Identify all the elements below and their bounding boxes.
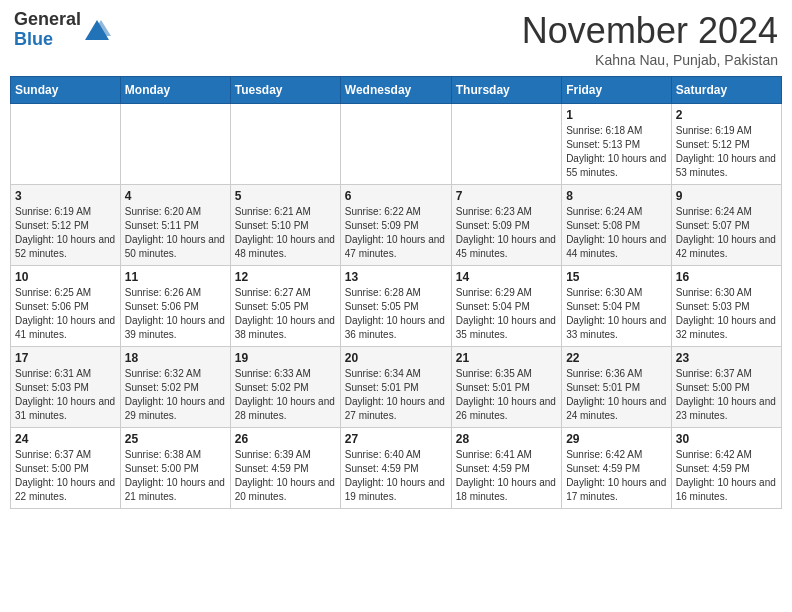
page-header: General Blue November 2024 Kahna Nau, Pu… [10, 10, 782, 68]
day-cell-4-4: 28Sunrise: 6:41 AMSunset: 4:59 PMDayligh… [451, 428, 561, 509]
day-info: Sunrise: 6:39 AMSunset: 4:59 PMDaylight:… [235, 448, 336, 504]
day-cell-3-4: 21Sunrise: 6:35 AMSunset: 5:01 PMDayligh… [451, 347, 561, 428]
day-info: Sunrise: 6:23 AMSunset: 5:09 PMDaylight:… [456, 205, 557, 261]
day-cell-2-3: 13Sunrise: 6:28 AMSunset: 5:05 PMDayligh… [340, 266, 451, 347]
day-number: 26 [235, 432, 336, 446]
day-info: Sunrise: 6:18 AMSunset: 5:13 PMDaylight:… [566, 124, 667, 180]
day-cell-4-5: 29Sunrise: 6:42 AMSunset: 4:59 PMDayligh… [562, 428, 672, 509]
day-info: Sunrise: 6:24 AMSunset: 5:08 PMDaylight:… [566, 205, 667, 261]
day-cell-2-0: 10Sunrise: 6:25 AMSunset: 5:06 PMDayligh… [11, 266, 121, 347]
day-number: 9 [676, 189, 777, 203]
day-number: 3 [15, 189, 116, 203]
day-number: 30 [676, 432, 777, 446]
day-number: 11 [125, 270, 226, 284]
day-cell-2-2: 12Sunrise: 6:27 AMSunset: 5:05 PMDayligh… [230, 266, 340, 347]
day-info: Sunrise: 6:40 AMSunset: 4:59 PMDaylight:… [345, 448, 447, 504]
day-info: Sunrise: 6:36 AMSunset: 5:01 PMDaylight:… [566, 367, 667, 423]
header-saturday: Saturday [671, 77, 781, 104]
day-cell-0-6: 2Sunrise: 6:19 AMSunset: 5:12 PMDaylight… [671, 104, 781, 185]
day-cell-1-2: 5Sunrise: 6:21 AMSunset: 5:10 PMDaylight… [230, 185, 340, 266]
day-info: Sunrise: 6:20 AMSunset: 5:11 PMDaylight:… [125, 205, 226, 261]
day-number: 13 [345, 270, 447, 284]
title-section: November 2024 Kahna Nau, Punjab, Pakista… [522, 10, 778, 68]
day-cell-1-0: 3Sunrise: 6:19 AMSunset: 5:12 PMDaylight… [11, 185, 121, 266]
month-title: November 2024 [522, 10, 778, 52]
day-cell-3-2: 19Sunrise: 6:33 AMSunset: 5:02 PMDayligh… [230, 347, 340, 428]
calendar-header: SundayMondayTuesdayWednesdayThursdayFrid… [11, 77, 782, 104]
day-number: 20 [345, 351, 447, 365]
day-info: Sunrise: 6:25 AMSunset: 5:06 PMDaylight:… [15, 286, 116, 342]
day-cell-4-1: 25Sunrise: 6:38 AMSunset: 5:00 PMDayligh… [120, 428, 230, 509]
header-row: SundayMondayTuesdayWednesdayThursdayFrid… [11, 77, 782, 104]
calendar-table: SundayMondayTuesdayWednesdayThursdayFrid… [10, 76, 782, 509]
day-number: 4 [125, 189, 226, 203]
day-number: 2 [676, 108, 777, 122]
day-cell-0-4 [451, 104, 561, 185]
day-info: Sunrise: 6:37 AMSunset: 5:00 PMDaylight:… [15, 448, 116, 504]
day-number: 18 [125, 351, 226, 365]
day-cell-1-1: 4Sunrise: 6:20 AMSunset: 5:11 PMDaylight… [120, 185, 230, 266]
week-row-4: 17Sunrise: 6:31 AMSunset: 5:03 PMDayligh… [11, 347, 782, 428]
header-tuesday: Tuesday [230, 77, 340, 104]
day-number: 1 [566, 108, 667, 122]
day-number: 19 [235, 351, 336, 365]
day-info: Sunrise: 6:31 AMSunset: 5:03 PMDaylight:… [15, 367, 116, 423]
day-cell-0-1 [120, 104, 230, 185]
day-number: 7 [456, 189, 557, 203]
day-info: Sunrise: 6:29 AMSunset: 5:04 PMDaylight:… [456, 286, 557, 342]
day-info: Sunrise: 6:41 AMSunset: 4:59 PMDaylight:… [456, 448, 557, 504]
day-info: Sunrise: 6:30 AMSunset: 5:04 PMDaylight:… [566, 286, 667, 342]
day-cell-4-3: 27Sunrise: 6:40 AMSunset: 4:59 PMDayligh… [340, 428, 451, 509]
day-cell-0-2 [230, 104, 340, 185]
day-info: Sunrise: 6:38 AMSunset: 5:00 PMDaylight:… [125, 448, 226, 504]
calendar-body: 1Sunrise: 6:18 AMSunset: 5:13 PMDaylight… [11, 104, 782, 509]
location-text: Kahna Nau, Punjab, Pakistan [522, 52, 778, 68]
day-number: 27 [345, 432, 447, 446]
day-number: 24 [15, 432, 116, 446]
day-number: 29 [566, 432, 667, 446]
day-cell-4-2: 26Sunrise: 6:39 AMSunset: 4:59 PMDayligh… [230, 428, 340, 509]
day-cell-3-5: 22Sunrise: 6:36 AMSunset: 5:01 PMDayligh… [562, 347, 672, 428]
day-cell-4-6: 30Sunrise: 6:42 AMSunset: 4:59 PMDayligh… [671, 428, 781, 509]
day-info: Sunrise: 6:24 AMSunset: 5:07 PMDaylight:… [676, 205, 777, 261]
day-cell-2-4: 14Sunrise: 6:29 AMSunset: 5:04 PMDayligh… [451, 266, 561, 347]
logo-general-text: General Blue [14, 10, 81, 50]
day-cell-3-3: 20Sunrise: 6:34 AMSunset: 5:01 PMDayligh… [340, 347, 451, 428]
day-number: 28 [456, 432, 557, 446]
day-cell-3-6: 23Sunrise: 6:37 AMSunset: 5:00 PMDayligh… [671, 347, 781, 428]
day-cell-1-6: 9Sunrise: 6:24 AMSunset: 5:07 PMDaylight… [671, 185, 781, 266]
day-cell-1-5: 8Sunrise: 6:24 AMSunset: 5:08 PMDaylight… [562, 185, 672, 266]
day-info: Sunrise: 6:37 AMSunset: 5:00 PMDaylight:… [676, 367, 777, 423]
header-monday: Monday [120, 77, 230, 104]
day-cell-3-1: 18Sunrise: 6:32 AMSunset: 5:02 PMDayligh… [120, 347, 230, 428]
header-wednesday: Wednesday [340, 77, 451, 104]
day-number: 22 [566, 351, 667, 365]
day-cell-0-5: 1Sunrise: 6:18 AMSunset: 5:13 PMDaylight… [562, 104, 672, 185]
header-thursday: Thursday [451, 77, 561, 104]
day-info: Sunrise: 6:42 AMSunset: 4:59 PMDaylight:… [676, 448, 777, 504]
week-row-5: 24Sunrise: 6:37 AMSunset: 5:00 PMDayligh… [11, 428, 782, 509]
day-info: Sunrise: 6:35 AMSunset: 5:01 PMDaylight:… [456, 367, 557, 423]
day-cell-0-0 [11, 104, 121, 185]
day-info: Sunrise: 6:22 AMSunset: 5:09 PMDaylight:… [345, 205, 447, 261]
logo: General Blue [14, 10, 111, 50]
day-info: Sunrise: 6:30 AMSunset: 5:03 PMDaylight:… [676, 286, 777, 342]
day-number: 8 [566, 189, 667, 203]
day-number: 12 [235, 270, 336, 284]
day-number: 23 [676, 351, 777, 365]
day-info: Sunrise: 6:19 AMSunset: 5:12 PMDaylight:… [15, 205, 116, 261]
day-info: Sunrise: 6:26 AMSunset: 5:06 PMDaylight:… [125, 286, 226, 342]
day-number: 25 [125, 432, 226, 446]
day-number: 16 [676, 270, 777, 284]
day-number: 5 [235, 189, 336, 203]
day-cell-2-6: 16Sunrise: 6:30 AMSunset: 5:03 PMDayligh… [671, 266, 781, 347]
day-cell-0-3 [340, 104, 451, 185]
day-info: Sunrise: 6:21 AMSunset: 5:10 PMDaylight:… [235, 205, 336, 261]
week-row-3: 10Sunrise: 6:25 AMSunset: 5:06 PMDayligh… [11, 266, 782, 347]
day-cell-2-5: 15Sunrise: 6:30 AMSunset: 5:04 PMDayligh… [562, 266, 672, 347]
day-cell-1-4: 7Sunrise: 6:23 AMSunset: 5:09 PMDaylight… [451, 185, 561, 266]
day-info: Sunrise: 6:19 AMSunset: 5:12 PMDaylight:… [676, 124, 777, 180]
day-info: Sunrise: 6:28 AMSunset: 5:05 PMDaylight:… [345, 286, 447, 342]
day-number: 21 [456, 351, 557, 365]
day-info: Sunrise: 6:32 AMSunset: 5:02 PMDaylight:… [125, 367, 226, 423]
